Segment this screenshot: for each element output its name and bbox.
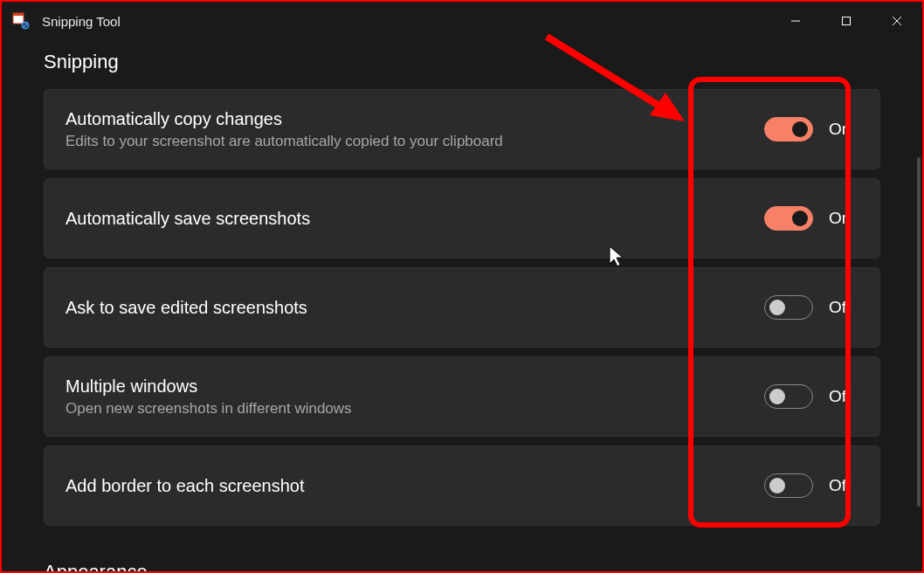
- maximize-button[interactable]: [821, 2, 872, 40]
- toggle-wrap: Off: [764, 295, 858, 320]
- app-title: Snipping Tool: [42, 14, 121, 29]
- close-button[interactable]: [872, 2, 922, 40]
- setting-description: Open new screenshots in different window…: [66, 400, 764, 418]
- titlebar: Snipping Tool: [2, 2, 922, 40]
- toggle-knob: [769, 478, 785, 494]
- setting-title: Automatically copy changes: [66, 109, 764, 129]
- setting-title: Multiple windows: [66, 376, 764, 397]
- setting-text: Add border to each screenshot: [66, 476, 764, 496]
- toggle-knob: [769, 300, 785, 315]
- setting-title: Add border to each screenshot: [66, 476, 764, 496]
- window-controls: [770, 2, 922, 40]
- setting-description: Edits to your screenshot are automatical…: [66, 133, 764, 150]
- toggle-state-label: Off: [829, 387, 858, 406]
- toggle-wrap: On: [764, 117, 858, 142]
- toggle-state-label: Off: [829, 298, 858, 317]
- toggle-switch[interactable]: [764, 117, 813, 142]
- setting-title: Automatically save screenshots: [66, 209, 764, 229]
- toggle-state-label: Off: [829, 476, 858, 495]
- scrollbar[interactable]: [917, 157, 921, 507]
- setting-text: Automatically save screenshots: [66, 209, 764, 229]
- setting-ask-save[interactable]: Ask to save edited screenshots Off: [44, 267, 880, 348]
- toggle-wrap: Off: [764, 384, 858, 409]
- setting-auto-save[interactable]: Automatically save screenshots On: [44, 178, 880, 259]
- minimize-button[interactable]: [770, 2, 821, 40]
- section-header-snipping: Snipping: [44, 51, 880, 73]
- setting-text: Ask to save edited screenshots: [66, 298, 764, 318]
- toggle-knob: [769, 389, 785, 404]
- toggle-state-label: On: [829, 209, 858, 228]
- toggle-switch[interactable]: [764, 206, 813, 231]
- setting-title: Ask to save edited screenshots: [66, 298, 764, 318]
- toggle-switch[interactable]: [764, 473, 813, 498]
- toggle-switch[interactable]: [764, 295, 813, 320]
- app-window: Snipping Tool Snipping Automatically cop…: [0, 0, 924, 573]
- setting-text: Multiple windows Open new screenshots in…: [66, 376, 764, 418]
- svg-rect-1: [13, 13, 24, 16]
- svg-rect-5: [843, 17, 851, 25]
- toggle-wrap: Off: [764, 473, 858, 498]
- toggle-wrap: On: [764, 206, 858, 231]
- snipping-tool-icon: [12, 12, 30, 30]
- toggle-knob: [792, 121, 808, 137]
- toggle-knob: [792, 211, 808, 226]
- toggle-state-label: On: [829, 120, 858, 139]
- setting-text: Automatically copy changes Edits to your…: [66, 109, 764, 150]
- setting-multiple-windows[interactable]: Multiple windows Open new screenshots in…: [44, 356, 880, 437]
- section-header-appearance: Appearance: [44, 561, 880, 571]
- settings-content: Snipping Automatically copy changes Edit…: [2, 40, 922, 571]
- toggle-switch[interactable]: [764, 384, 813, 409]
- setting-auto-copy[interactable]: Automatically copy changes Edits to your…: [44, 89, 880, 169]
- setting-add-border[interactable]: Add border to each screenshot Off: [44, 445, 880, 526]
